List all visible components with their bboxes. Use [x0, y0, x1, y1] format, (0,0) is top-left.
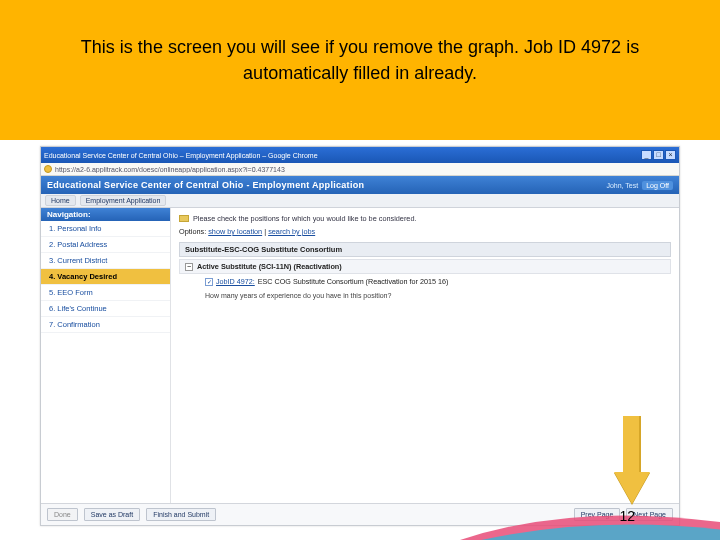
footer-bar: Done Save as Draft Finish and Submit Pre…	[41, 503, 679, 525]
job-id-link[interactable]: JobID 4972:	[216, 277, 255, 286]
subgroup-title: Active Substitute (SCI-11N) (Reactivatio…	[197, 262, 342, 271]
experience-question: How many years of experience do you have…	[179, 289, 671, 302]
prev-page-button[interactable]: Prev Page	[574, 508, 621, 521]
main-panel: Please check the positions for which you…	[171, 208, 679, 508]
job-description: ESC COG Substitute Consortium (Reactivat…	[258, 277, 449, 286]
url-text: https://a2-6.applitrack.com/doesc/online…	[55, 166, 285, 173]
options-link-location[interactable]: show by location	[208, 227, 262, 236]
crumb-current: Employment Application	[80, 195, 167, 206]
nav-item-5[interactable]: 5. EEO Form	[41, 285, 170, 301]
close-icon[interactable]: ×	[665, 150, 676, 160]
address-bar: https://a2-6.applitrack.com/doesc/online…	[41, 163, 679, 176]
breadcrumb: Home Employment Application	[41, 194, 679, 208]
globe-icon	[44, 165, 52, 173]
nav-item-7[interactable]: 7. Confirmation	[41, 317, 170, 333]
job-checkbox[interactable]: ✓	[205, 278, 213, 286]
slide-page-number: 12	[619, 508, 635, 524]
app-title: Educational Service Center of Central Oh…	[47, 180, 364, 190]
nav-item-3[interactable]: 3. Current District	[41, 253, 170, 269]
sidebar: Navigation: 1. Personal Info 2. Postal A…	[41, 208, 171, 508]
save-draft-button[interactable]: Save as Draft	[84, 508, 140, 521]
window-titlebar: Educational Service Center of Central Oh…	[41, 147, 679, 163]
options-row: Options: show by location | search by jo…	[179, 227, 671, 236]
options-link-search[interactable]: search by jobs	[268, 227, 315, 236]
user-name: John, Test	[606, 182, 638, 189]
app-screenshot: Educational Service Center of Central Oh…	[40, 146, 680, 526]
slide-caption: This is the screen you will see if you r…	[40, 34, 680, 86]
finish-submit-button[interactable]: Finish and Submit	[146, 508, 216, 521]
window-title: Educational Service Center of Central Oh…	[44, 152, 318, 159]
logoff-button[interactable]: Log Off	[642, 181, 673, 190]
position-group: Substitute-ESC-COG Substitute Consortium	[179, 242, 671, 257]
options-label: Options:	[179, 227, 206, 236]
app-header: Educational Service Center of Central Oh…	[41, 176, 679, 194]
collapse-icon[interactable]: −	[185, 263, 193, 271]
nav-item-1[interactable]: 1. Personal Info	[41, 221, 170, 237]
window-controls: _ □ ×	[641, 150, 676, 160]
job-row: ✓ JobID 4972: ESC COG Substitute Consort…	[179, 274, 671, 289]
slide-banner: This is the screen you will see if you r…	[0, 0, 720, 140]
notice-text: Please check the positions for which you…	[193, 214, 417, 223]
nav-item-4[interactable]: 4. Vacancy Desired	[41, 269, 170, 285]
position-subgroup[interactable]: − Active Substitute (SCI-11N) (Reactivat…	[179, 259, 671, 274]
nav-item-2[interactable]: 2. Postal Address	[41, 237, 170, 253]
maximize-icon[interactable]: □	[653, 150, 664, 160]
nav-header: Navigation:	[41, 208, 170, 221]
status-indicator: Done	[47, 508, 78, 521]
minimize-icon[interactable]: _	[641, 150, 652, 160]
flag-icon	[179, 215, 189, 222]
crumb-home[interactable]: Home	[45, 195, 76, 206]
notice-row: Please check the positions for which you…	[179, 214, 671, 223]
callout-arrow-icon	[614, 416, 650, 504]
nav-item-6[interactable]: 6. Life's Continue	[41, 301, 170, 317]
